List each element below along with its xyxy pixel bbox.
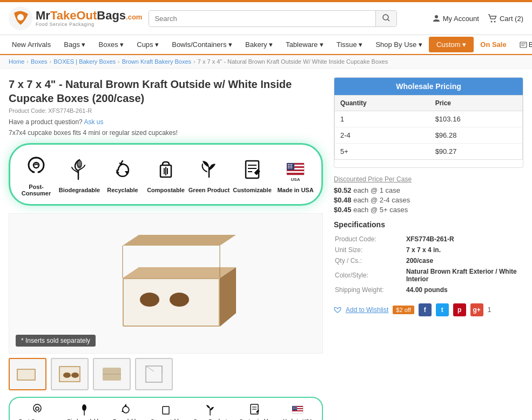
- svg-point-12: [78, 161, 81, 166]
- green-product-label: Green Product: [188, 187, 230, 193]
- svg-rect-53: [146, 366, 162, 382]
- cart-link[interactable]: Cart (2): [488, 14, 523, 23]
- search-button[interactable]: [375, 11, 396, 26]
- svg-point-73: [295, 408, 295, 409]
- spec-row-qty: Qty / Cs.: 200/case: [335, 256, 522, 266]
- nav-boxes[interactable]: Boxes ▾: [92, 35, 131, 54]
- twitter-share[interactable]: t: [436, 303, 449, 316]
- spec-value-unit: 7 x 7 x 4 in.: [406, 245, 522, 255]
- sm-biodegradable-icon: [77, 402, 92, 417]
- svg-point-36: [289, 167, 291, 168]
- breadcrumb-brown-kraft[interactable]: Brown Kraft Bakery Boxes: [122, 58, 191, 65]
- badge-post-consumer: Post-Consumer: [15, 152, 58, 197]
- badge-sm-green-product: Green Product: [193, 402, 227, 420]
- wishlist-link[interactable]: Add to Wishlist: [346, 306, 388, 314]
- product-title: 7 x 7 x 4" - Natural Brown Kraft Outside…: [9, 77, 323, 105]
- nav-bags[interactable]: Bags ▾: [57, 35, 92, 54]
- customizable-label: Customizable: [233, 187, 272, 193]
- made-in-usa-icon: USA: [281, 155, 309, 184]
- nav-bakery[interactable]: Bakery ▾: [239, 35, 279, 54]
- svg-point-44: [170, 293, 189, 307]
- recyclable-icon: [109, 155, 137, 184]
- nav-bowls[interactable]: Bowls/Containers ▾: [165, 35, 239, 54]
- thumbnail-1[interactable]: [9, 358, 46, 390]
- nav-tableware[interactable]: Tableware ▾: [279, 35, 330, 54]
- my-account-label: My Account: [443, 15, 479, 23]
- account-icon: [432, 14, 441, 23]
- pricing-price-1: $103.16: [430, 111, 523, 127]
- svg-point-56: [36, 407, 39, 410]
- googleplus-share[interactable]: g+: [470, 303, 483, 316]
- spec-row-code: Product Code: XFS774B-261-R: [335, 234, 522, 244]
- svg-point-30: [289, 164, 291, 165]
- pricing-header: Wholesale Pricing: [334, 78, 523, 95]
- nav-blog[interactable]: Blog: [513, 35, 532, 54]
- per-case-3: $0.45 each @ 5+ cases: [334, 206, 523, 214]
- svg-point-10: [33, 162, 39, 168]
- spec-value-weight: 44.00 pounds: [406, 285, 522, 295]
- thumb-icon-2: [56, 363, 83, 385]
- nav-custom[interactable]: Custom ▾: [429, 37, 474, 52]
- breadcrumb-home[interactable]: Home: [9, 58, 24, 65]
- thumbnail-4[interactable]: [135, 358, 173, 390]
- per-case-1: $0.52 each @ 1 case: [334, 186, 523, 194]
- spec-label-unit: Unit Size:: [335, 245, 405, 255]
- logo[interactable]: MrTakeOutBags.com Food Service Packaging: [9, 6, 142, 30]
- spec-row-weight: Shipping Weight: 44.00 pounds: [335, 285, 522, 295]
- svg-point-4: [435, 15, 438, 18]
- spec-label-weight: Shipping Weight:: [335, 285, 405, 295]
- svg-point-72: [293, 408, 294, 409]
- svg-rect-59: [163, 407, 169, 414]
- nav-new-arrivals[interactable]: New Arrivals: [5, 35, 57, 54]
- breadcrumb-current: 7 x 7 x 4" - Natural Brown Kraft Outside…: [198, 58, 388, 65]
- pinterest-share[interactable]: p: [453, 303, 466, 316]
- pricing-row-1: 1 $103.16: [335, 111, 523, 127]
- svg-rect-68: [292, 406, 297, 410]
- badge-sm-customizable: Customizable: [239, 402, 271, 420]
- pricing-qty-3: 5+: [335, 144, 430, 160]
- svg-point-1: [17, 14, 24, 21]
- pricing-qty-2: 2-4: [335, 127, 430, 144]
- spec-value-qty: 200/case: [406, 256, 522, 266]
- image-note: * Inserts sold separately: [16, 335, 96, 347]
- post-consumer-label: Post-Consumer: [15, 184, 58, 197]
- badge-sm-recyclable: Recyclable: [113, 402, 138, 420]
- svg-point-69: [293, 407, 294, 407]
- header-right: My Account Cart (2): [432, 14, 523, 23]
- svg-point-49: [63, 372, 71, 378]
- sm-compostable-icon: [158, 402, 173, 417]
- thumbnail-2[interactable]: [51, 358, 89, 390]
- svg-rect-28: [287, 163, 294, 170]
- biodegradable-icon: [65, 155, 93, 184]
- navigation: New Arrivals Bags ▾ Boxes ▾ Cups ▾ Bowls…: [0, 35, 532, 55]
- search-input[interactable]: [149, 11, 375, 26]
- specs-title: Specifications: [334, 220, 523, 229]
- nav-on-sale[interactable]: On Sale: [474, 35, 513, 54]
- main-content: 7 x 7 x 4" - Natural Brown Kraft Outside…: [0, 69, 532, 420]
- svg-point-5: [490, 21, 492, 23]
- nav-shop-by-use[interactable]: Shop By Use ▾: [369, 35, 429, 54]
- my-account-link[interactable]: My Account: [432, 14, 479, 23]
- spec-row-unit: Unit Size: 7 x 7 x 4 in.: [335, 245, 522, 255]
- pricing-col-price: Price: [430, 96, 523, 111]
- recyclable-label: Recyclable: [107, 187, 138, 193]
- svg-point-6: [494, 21, 495, 23]
- breadcrumb-boxes[interactable]: Boxes: [31, 58, 48, 65]
- right-column: Wholesale Pricing Quantity Price 1 $103.…: [334, 77, 523, 420]
- nav-cups[interactable]: Cups ▾: [130, 35, 165, 54]
- badge-off: $2 off: [393, 306, 414, 314]
- search-bar: [149, 10, 397, 27]
- facebook-share[interactable]: f: [419, 303, 432, 316]
- product-image-area: * Inserts sold separately: [9, 213, 323, 354]
- wishlist-icon: [334, 307, 341, 314]
- cart-icon: [488, 14, 497, 23]
- breadcrumb-bakery-boxes[interactable]: BOXES | Bakery Boxes: [53, 58, 116, 65]
- logo-brand: MrTakeOutBags.com: [36, 10, 142, 22]
- thumbnail-3[interactable]: [93, 358, 131, 390]
- nav-tissue[interactable]: Tissue ▾: [330, 35, 369, 54]
- svg-rect-27: [287, 173, 304, 175]
- badge-made-in-usa: USA Made in USA: [274, 155, 317, 193]
- blog-icon: [520, 42, 527, 48]
- header: MrTakeOutBags.com Food Service Packaging…: [0, 2, 532, 35]
- ask-us-link[interactable]: Ask us: [84, 118, 103, 126]
